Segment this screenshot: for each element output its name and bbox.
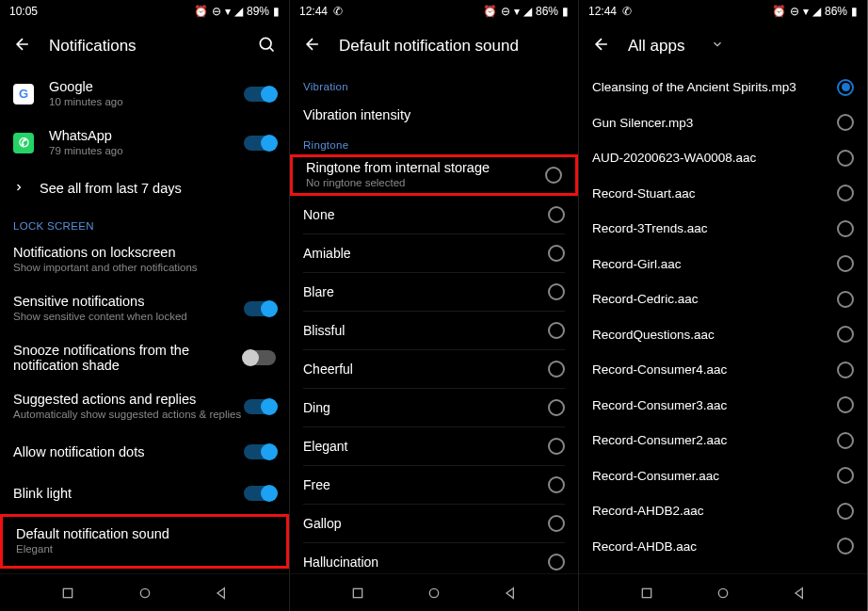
radio-icon[interactable] — [837, 538, 854, 555]
setting-row[interactable]: Sensitive notificationsShow sensitive co… — [0, 284, 289, 333]
nav-recent-icon[interactable] — [59, 585, 76, 602]
file-row[interactable]: Record-AHDB.aac — [579, 529, 867, 565]
file-row[interactable]: AUD-20200623-WA0008.aac — [579, 140, 867, 176]
radio-icon[interactable] — [837, 291, 854, 308]
ringtone-row[interactable]: None — [290, 196, 578, 233]
app-row[interactable]: G Google 10 minutes ago — [0, 70, 289, 119]
toggle-switch[interactable] — [244, 399, 276, 414]
setting-row[interactable]: Default notification soundElegant — [0, 514, 289, 569]
svg-rect-1 — [64, 588, 72, 597]
ringtone-row[interactable]: Elegant — [290, 427, 578, 465]
file-row[interactable]: Record-Stuart.aac — [579, 176, 867, 212]
nav-home-icon[interactable] — [137, 585, 153, 602]
nav-recent-icon[interactable] — [349, 585, 366, 602]
toggle-switch[interactable] — [244, 136, 276, 151]
radio-icon[interactable] — [837, 150, 854, 167]
radio-icon[interactable] — [548, 515, 565, 532]
back-icon[interactable] — [303, 35, 322, 57]
content-scroll[interactable]: Vibration Vibration intensity Ringtone R… — [290, 70, 578, 573]
radio-icon[interactable] — [548, 399, 565, 416]
ringtone-storage-row[interactable]: Ringtone from internal storage No ringto… — [290, 154, 578, 196]
file-row[interactable]: Record-Girl.aac — [579, 247, 867, 282]
nav-recent-icon[interactable] — [638, 585, 655, 602]
radio-icon[interactable] — [837, 432, 854, 449]
radio-icon[interactable] — [548, 322, 565, 339]
dnd-icon: ⊖ — [212, 5, 221, 18]
radio-icon[interactable] — [548, 283, 565, 300]
toggle-switch[interactable] — [244, 87, 276, 102]
radio-icon[interactable] — [837, 362, 854, 378]
radio-icon[interactable] — [837, 503, 854, 520]
ringtone-row[interactable]: Ding — [290, 389, 578, 426]
radio-icon[interactable] — [837, 255, 854, 272]
radio-icon[interactable] — [548, 206, 565, 223]
header: Default notification sound — [290, 23, 578, 70]
nav-home-icon[interactable] — [715, 585, 731, 602]
see-all-row[interactable]: See all from last 7 days — [0, 168, 289, 209]
setting-title: Snooze notifications from the notificati… — [13, 343, 244, 373]
wifi-icon: ▾ — [514, 5, 520, 18]
radio-icon[interactable] — [837, 467, 854, 484]
radio-icon[interactable] — [837, 114, 854, 131]
file-row[interactable]: RecordQuestions.aac — [579, 317, 867, 353]
radio-icon[interactable] — [548, 438, 565, 455]
ringtone-row[interactable]: Cheerful — [290, 350, 578, 388]
ringtone-row[interactable]: Blare — [290, 273, 578, 311]
signal-icon: ◢ — [812, 5, 821, 18]
app-name: WhatsApp — [49, 128, 244, 143]
app-row[interactable]: ✆ WhatsApp 79 minutes ago — [0, 119, 289, 168]
dropdown-icon[interactable] — [711, 38, 724, 55]
nav-bar — [579, 573, 867, 611]
radio-icon[interactable] — [837, 326, 854, 343]
radio-icon[interactable] — [548, 554, 565, 571]
nav-back-icon[interactable] — [791, 585, 808, 602]
file-row[interactable]: Record-AHDB2.aac — [579, 493, 867, 529]
file-row[interactable]: Record-Cedric.aac — [579, 281, 867, 317]
toggle-switch[interactable] — [244, 301, 276, 316]
file-row[interactable]: Record-3Trends.aac — [579, 211, 867, 247]
whatsapp-status-icon: ✆ — [333, 5, 343, 18]
toggle-switch[interactable] — [244, 350, 276, 365]
file-row[interactable]: Cleansing of the Ancient Spirits.mp3 — [579, 70, 867, 105]
setting-row[interactable]: Blink light — [0, 473, 289, 514]
file-name: Record-AHDB2.aac — [592, 504, 704, 518]
radio-icon[interactable] — [837, 185, 854, 201]
content-scroll[interactable]: Cleansing of the Ancient Spirits.mp3 Gun… — [579, 70, 867, 573]
header: All apps — [579, 23, 867, 70]
file-row[interactable]: Record-Consumer.aac — [579, 458, 867, 494]
file-row[interactable]: Gun Silencer.mp3 — [579, 105, 867, 141]
setting-row[interactable]: Allow notification dots — [0, 431, 289, 473]
ringtone-row[interactable]: Gallop — [290, 505, 578, 542]
setting-row[interactable]: Suggested actions and repliesAutomatical… — [0, 382, 289, 431]
radio-icon[interactable] — [548, 361, 565, 378]
nav-back-icon[interactable] — [502, 585, 519, 602]
radio-icon[interactable] — [837, 79, 854, 96]
nav-back-icon[interactable] — [213, 585, 230, 602]
back-icon[interactable] — [592, 35, 611, 57]
ringtone-row[interactable]: Hallucination — [290, 543, 578, 573]
ringtone-row[interactable]: Blissful — [290, 312, 578, 349]
ringtone-name: Free — [303, 477, 330, 492]
back-icon[interactable] — [13, 35, 32, 57]
radio-icon[interactable] — [548, 476, 565, 493]
search-icon[interactable] — [257, 35, 276, 57]
battery-icon: ▮ — [851, 5, 858, 18]
file-row[interactable]: Record-Consumer2.aac — [579, 423, 867, 458]
radio-icon[interactable] — [548, 245, 565, 262]
radio-icon[interactable] — [837, 396, 854, 413]
toggle-switch[interactable] — [244, 486, 276, 501]
radio-icon[interactable] — [545, 167, 562, 184]
file-row[interactable]: Record-Consumer4.aac — [579, 352, 867, 388]
file-row[interactable]: Record-Consumer3.aac — [579, 388, 867, 424]
ringtone-row[interactable]: Free — [290, 466, 578, 504]
setting-row[interactable]: Notifications on lockscreenShow importan… — [0, 235, 289, 284]
toggle-switch[interactable] — [244, 444, 276, 459]
file-name: Record-Consumer.aac — [592, 469, 719, 483]
phone-all-apps: 12:44 ✆ ⏰ ⊖ ▾ ◢ 86% ▮ All apps Cleansing… — [578, 0, 867, 611]
content-scroll[interactable]: G Google 10 minutes ago ✆ WhatsApp 79 mi… — [0, 70, 289, 573]
ringtone-row[interactable]: Amiable — [290, 234, 578, 272]
vibration-intensity-row[interactable]: Vibration intensity — [290, 96, 578, 134]
setting-row[interactable]: Snooze notifications from the notificati… — [0, 333, 289, 382]
radio-icon[interactable] — [837, 220, 854, 237]
nav-home-icon[interactable] — [426, 585, 442, 602]
